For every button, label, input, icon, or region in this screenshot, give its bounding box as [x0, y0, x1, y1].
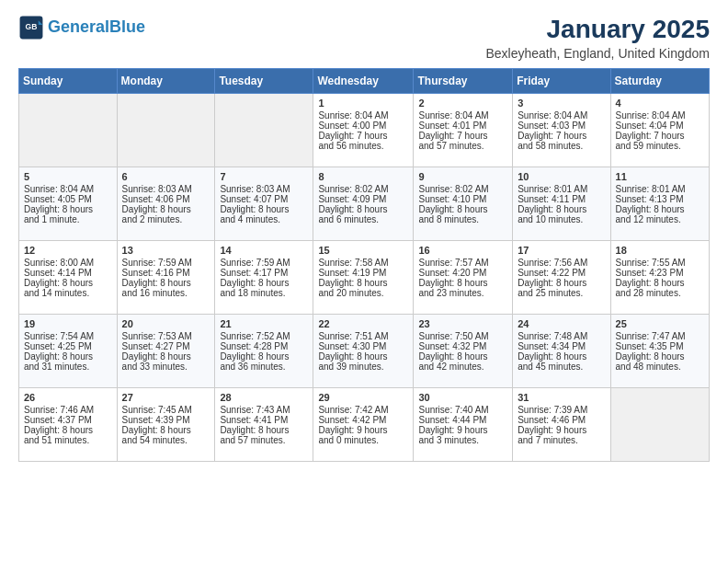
day-info: Sunrise: 7:40 AM	[418, 405, 507, 415]
day-number: 15	[318, 245, 408, 256]
day-number: 7	[220, 171, 308, 182]
day-cell: 31Sunrise: 7:39 AMSunset: 4:46 PMDayligh…	[513, 388, 610, 462]
day-info: Sunrise: 7:50 AM	[418, 331, 507, 341]
day-info: Daylight: 8 hours	[220, 278, 308, 288]
day-info: Daylight: 8 hours	[616, 204, 704, 214]
week-row-0: 1Sunrise: 8:04 AMSunset: 4:00 PMDaylight…	[19, 94, 710, 167]
day-number: 9	[418, 171, 507, 182]
day-info: and 59 minutes.	[616, 141, 704, 151]
day-info: Sunset: 4:28 PM	[220, 341, 308, 351]
day-number: 6	[122, 171, 210, 182]
day-info: Daylight: 8 hours	[318, 278, 408, 288]
day-info: Sunset: 4:05 PM	[24, 194, 112, 204]
day-info: Sunset: 4:04 PM	[616, 121, 704, 131]
day-info: Sunset: 4:23 PM	[616, 268, 704, 278]
day-info: Sunrise: 8:03 AM	[122, 184, 210, 194]
day-info: Sunrise: 7:58 AM	[318, 258, 408, 268]
week-row-3: 19Sunrise: 7:54 AMSunset: 4:25 PMDayligh…	[19, 315, 710, 388]
day-info: Sunset: 4:14 PM	[24, 268, 112, 278]
day-info: Sunrise: 8:03 AM	[220, 184, 308, 194]
day-info: Sunrise: 7:54 AM	[24, 331, 112, 341]
day-cell: 8Sunrise: 8:02 AMSunset: 4:09 PMDaylight…	[313, 167, 414, 241]
day-number: 20	[122, 318, 210, 329]
day-cell: 22Sunrise: 7:51 AMSunset: 4:30 PMDayligh…	[313, 315, 414, 388]
day-info: Sunset: 4:01 PM	[418, 121, 507, 131]
day-info: and 39 minutes.	[318, 362, 408, 372]
day-number: 14	[220, 245, 308, 256]
col-friday: Friday	[513, 69, 610, 94]
day-cell: 9Sunrise: 8:02 AMSunset: 4:10 PMDaylight…	[414, 167, 513, 241]
day-info: Daylight: 8 hours	[518, 278, 605, 288]
day-info: Sunrise: 8:00 AM	[24, 258, 112, 268]
day-info: and 12 minutes.	[616, 214, 704, 224]
day-number: 21	[220, 318, 308, 329]
logo-text: GeneralBlue	[48, 18, 145, 37]
day-info: Sunrise: 7:42 AM	[318, 405, 408, 415]
day-cell: 7Sunrise: 8:03 AMSunset: 4:07 PMDaylight…	[215, 167, 313, 241]
day-info: Sunrise: 8:02 AM	[318, 184, 408, 194]
day-number: 27	[122, 392, 210, 403]
month-title: January 2025	[485, 15, 710, 44]
day-cell: 25Sunrise: 7:47 AMSunset: 4:35 PMDayligh…	[610, 315, 709, 388]
day-info: Daylight: 8 hours	[616, 278, 704, 288]
day-info: Sunset: 4:07 PM	[220, 194, 308, 204]
day-info: and 57 minutes.	[418, 141, 507, 151]
day-info: and 8 minutes.	[418, 214, 507, 224]
day-info: and 1 minute.	[24, 214, 112, 224]
day-info: Daylight: 8 hours	[318, 204, 408, 214]
day-cell: 4Sunrise: 8:04 AMSunset: 4:04 PMDaylight…	[610, 94, 709, 167]
day-info: and 3 minutes.	[418, 435, 507, 445]
day-number: 28	[220, 392, 308, 403]
day-number: 31	[518, 392, 605, 403]
day-info: Sunrise: 8:04 AM	[24, 184, 112, 194]
day-info: and 31 minutes.	[24, 362, 112, 372]
day-info: Sunrise: 7:43 AM	[220, 405, 308, 415]
day-info: Daylight: 8 hours	[318, 351, 408, 362]
day-cell: 10Sunrise: 8:01 AMSunset: 4:11 PMDayligh…	[513, 167, 610, 241]
day-info: Sunset: 4:41 PM	[220, 415, 308, 425]
day-cell	[215, 94, 313, 167]
day-number: 17	[518, 245, 605, 256]
day-info: and 58 minutes.	[518, 141, 605, 151]
location: Bexleyheath, England, United Kingdom	[485, 46, 710, 61]
day-info: Sunrise: 7:51 AM	[318, 331, 408, 341]
day-info: Sunrise: 7:53 AM	[122, 331, 210, 341]
day-info: and 18 minutes.	[220, 288, 308, 298]
day-number: 16	[418, 245, 507, 256]
day-info: and 7 minutes.	[518, 435, 605, 445]
day-info: Daylight: 9 hours	[518, 425, 605, 435]
header-row: Sunday Monday Tuesday Wednesday Thursday…	[19, 69, 710, 94]
day-info: Daylight: 8 hours	[122, 278, 210, 288]
day-cell: 27Sunrise: 7:45 AMSunset: 4:39 PMDayligh…	[117, 388, 215, 462]
day-cell: 14Sunrise: 7:59 AMSunset: 4:17 PMDayligh…	[215, 241, 313, 315]
day-info: and 23 minutes.	[418, 288, 507, 298]
day-info: and 10 minutes.	[518, 214, 605, 224]
day-cell: 11Sunrise: 8:01 AMSunset: 4:13 PMDayligh…	[610, 167, 709, 241]
day-info: Sunset: 4:39 PM	[122, 415, 210, 425]
day-cell: 6Sunrise: 8:03 AMSunset: 4:06 PMDaylight…	[117, 167, 215, 241]
day-info: Daylight: 8 hours	[220, 351, 308, 362]
logo-line2: Blue	[109, 17, 145, 36]
day-info: Sunrise: 7:55 AM	[616, 258, 704, 268]
week-row-2: 12Sunrise: 8:00 AMSunset: 4:14 PMDayligh…	[19, 241, 710, 315]
day-cell: 17Sunrise: 7:56 AMSunset: 4:22 PMDayligh…	[513, 241, 610, 315]
day-info: Daylight: 7 hours	[518, 131, 605, 141]
day-info: Daylight: 8 hours	[24, 278, 112, 288]
day-cell: 12Sunrise: 8:00 AMSunset: 4:14 PMDayligh…	[19, 241, 118, 315]
col-wednesday: Wednesday	[313, 69, 414, 94]
day-info: Sunset: 4:46 PM	[518, 415, 605, 425]
day-info: and 45 minutes.	[518, 362, 605, 372]
day-info: Sunset: 4:22 PM	[518, 268, 605, 278]
day-info: Daylight: 8 hours	[418, 278, 507, 288]
day-info: and 4 minutes.	[220, 214, 308, 224]
day-info: Sunrise: 7:59 AM	[220, 258, 308, 268]
day-info: Sunrise: 7:48 AM	[518, 331, 605, 341]
day-number: 4	[616, 98, 704, 109]
day-info: Sunset: 4:32 PM	[418, 341, 507, 351]
day-cell: 28Sunrise: 7:43 AMSunset: 4:41 PMDayligh…	[215, 388, 313, 462]
day-number: 10	[518, 171, 605, 182]
day-info: and 2 minutes.	[122, 214, 210, 224]
day-cell: 26Sunrise: 7:46 AMSunset: 4:37 PMDayligh…	[19, 388, 118, 462]
week-row-4: 26Sunrise: 7:46 AMSunset: 4:37 PMDayligh…	[19, 388, 710, 462]
day-info: Sunset: 4:00 PM	[318, 121, 408, 131]
